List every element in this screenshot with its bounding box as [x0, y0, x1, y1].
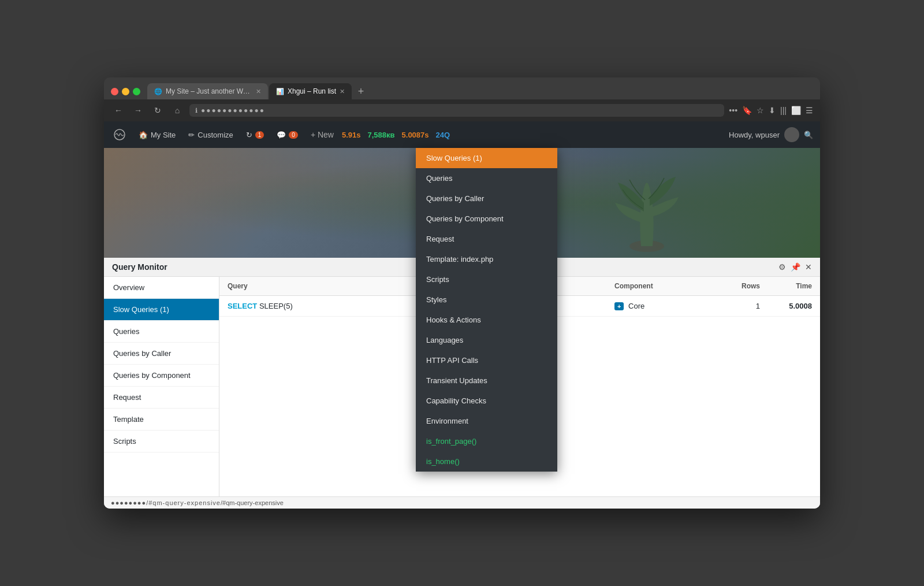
- customize-label: Customize: [198, 131, 233, 139]
- browser-chrome: 🌐 My Site – Just another WordPress s... …: [104, 77, 820, 121]
- download-icon[interactable]: ⬇: [769, 106, 776, 115]
- dropdown-is-front-page[interactable]: is_front_page(): [416, 431, 557, 451]
- my-site-label: My Site: [151, 131, 176, 139]
- customize-icon: ✏: [188, 131, 195, 139]
- qm-memory[interactable]: 7,588кв: [368, 131, 395, 139]
- nav-queries-by-caller[interactable]: Queries by Caller: [104, 343, 219, 365]
- wp-admin-right: Howdy, wpuser 🔍: [729, 127, 813, 142]
- bookmark-icon[interactable]: ☆: [757, 106, 764, 115]
- dropdown-http-api[interactable]: HTTP API Calls: [416, 350, 557, 370]
- close-panel-button[interactable]: ✕: [805, 262, 812, 272]
- back-button[interactable]: ←: [111, 103, 126, 118]
- new-content-item[interactable]: + New: [305, 121, 340, 148]
- nav-overview[interactable]: Overview: [104, 277, 219, 299]
- dropdown-slow-queries[interactable]: Slow Queries (1): [416, 148, 557, 168]
- qm-time1[interactable]: 5.91s: [342, 131, 361, 139]
- col-time: Time: [768, 277, 820, 296]
- dropdown-queries[interactable]: Queries: [416, 168, 557, 188]
- tab-2-favicon: 📊: [276, 88, 284, 95]
- nav-scripts[interactable]: Scripts: [104, 431, 219, 453]
- browser-window: 🌐 My Site – Just another WordPress s... …: [104, 77, 820, 509]
- toolbar-actions: ••• 🔖 ☆ ⬇ ||| ⬜ ☰: [729, 106, 813, 115]
- component-badge: +: [614, 302, 624, 310]
- tabs-row: 🌐 My Site – Just another WordPress s... …: [147, 83, 813, 99]
- nav-slow-queries[interactable]: Slow Queries (1): [104, 299, 219, 321]
- more-button[interactable]: •••: [729, 106, 737, 115]
- status-bar: ●●●●●●●●/#qm-query-expensive/#qm-query-e…: [104, 496, 820, 509]
- nav-queries-by-component[interactable]: Queries by Component: [104, 365, 219, 387]
- lock-icon: ℹ: [195, 107, 198, 114]
- dropdown-hooks-actions[interactable]: Hooks & Actions: [416, 310, 557, 330]
- traffic-lights: [111, 88, 140, 95]
- sql-keyword: SELECT: [228, 302, 257, 310]
- home-button[interactable]: ⌂: [170, 103, 185, 118]
- wp-admin-bar: 🏠 My Site ✏ Customize ↻ 1 💬 0 + New: [104, 121, 820, 148]
- dropdown-queries-by-caller[interactable]: Queries by Caller: [416, 188, 557, 209]
- dropdown-template[interactable]: Template: index.php: [416, 249, 557, 269]
- dropdown-capability[interactable]: Capability Checks: [416, 391, 557, 411]
- address-bar[interactable]: ℹ ●●●●●●●●●●●●: [189, 104, 724, 117]
- qm-panel-controls: ⚙ 📌 ✕: [778, 262, 812, 272]
- rows-cell: 1: [722, 296, 768, 317]
- updates-item[interactable]: ↻ 1: [240, 121, 270, 148]
- user-avatar[interactable]: [784, 127, 799, 142]
- my-site-icon: 🏠: [139, 131, 148, 139]
- library-icon[interactable]: |||: [780, 106, 787, 115]
- tab-2[interactable]: 📊 Xhgui – Run list ✕: [269, 83, 352, 99]
- page-area: 🏠 My Site ✏ Customize ↻ 1 💬 0 + New: [104, 121, 820, 509]
- maximize-button[interactable]: [133, 88, 140, 95]
- settings-icon[interactable]: ⚙: [778, 262, 786, 272]
- tab-2-label: Xhgui – Run list: [288, 87, 336, 95]
- forward-button[interactable]: →: [131, 103, 146, 118]
- title-bar: 🌐 My Site – Just another WordPress s... …: [104, 77, 820, 99]
- qm-queries[interactable]: 24Q: [436, 131, 450, 139]
- search-icon[interactable]: 🔍: [804, 131, 813, 139]
- comments-badge: 0: [289, 131, 298, 139]
- dropdown-scripts[interactable]: Scripts: [416, 269, 557, 290]
- tab-1-label: My Site – Just another WordPress s...: [166, 87, 252, 95]
- col-component: Component: [606, 277, 722, 296]
- reload-button[interactable]: ↻: [150, 103, 165, 118]
- pocket-icon[interactable]: 🔖: [742, 106, 752, 115]
- dropdown-menu: Slow Queries (1) Queries Queries by Call…: [416, 148, 557, 472]
- address-text: ●●●●●●●●●●●●: [201, 106, 265, 114]
- component-name: Core: [628, 302, 644, 310]
- menu-icon[interactable]: ☰: [806, 106, 813, 115]
- tab-1-favicon: 🌐: [154, 88, 162, 95]
- nav-request[interactable]: Request: [104, 387, 219, 409]
- time-cell: 5.0008: [768, 296, 820, 317]
- tab-1-close[interactable]: ✕: [256, 88, 261, 95]
- minimize-button[interactable]: [122, 88, 129, 95]
- dropdown-is-home[interactable]: is_home(): [416, 451, 557, 472]
- dropdown-transient[interactable]: Transient Updates: [416, 370, 557, 391]
- dropdown-languages[interactable]: Languages: [416, 330, 557, 350]
- my-site-item[interactable]: 🏠 My Site: [133, 121, 181, 148]
- sql-value: SLEEP(5): [257, 302, 292, 310]
- close-button[interactable]: [111, 88, 118, 95]
- pin-icon[interactable]: 📌: [791, 262, 800, 272]
- customize-item[interactable]: ✏ Customize: [182, 121, 239, 148]
- dropdown-environment[interactable]: Environment: [416, 411, 557, 431]
- qm-sidebar: Overview Slow Queries (1) Queries Querie…: [104, 277, 219, 496]
- browser-toolbar: ← → ↻ ⌂ ℹ ●●●●●●●●●●●● ••• 🔖 ☆ ⬇ ||| ⬜ ☰: [104, 99, 820, 121]
- howdy-text: Howdy, wpuser: [729, 131, 780, 139]
- dropdown-queries-by-component[interactable]: Queries by Component: [416, 209, 557, 229]
- dropdown-styles[interactable]: Styles: [416, 290, 557, 310]
- comments-item[interactable]: 💬 0: [271, 121, 304, 148]
- tab-1[interactable]: 🌐 My Site – Just another WordPress s... …: [147, 83, 268, 99]
- qm-time2[interactable]: 5.0087s: [402, 131, 429, 139]
- wordpress-logo[interactable]: [111, 126, 128, 143]
- nav-template[interactable]: Template: [104, 409, 219, 431]
- status-url-suffix: /#qm-query-expensive: [221, 499, 284, 506]
- wp-admin-items: 🏠 My Site ✏ Customize ↻ 1 💬 0 + New: [133, 121, 340, 148]
- dropdown-request[interactable]: Request: [416, 229, 557, 249]
- comments-icon: 💬: [277, 131, 286, 139]
- component-cell: + Core: [606, 296, 722, 317]
- plant-decoration: [589, 154, 705, 258]
- new-tab-button[interactable]: +: [353, 83, 369, 99]
- updates-badge: 1: [255, 131, 264, 139]
- tab-2-close[interactable]: ✕: [340, 88, 345, 95]
- status-url: ●●●●●●●●/#qm-query-expensive: [111, 499, 221, 506]
- nav-queries[interactable]: Queries: [104, 321, 219, 343]
- sidebar-toggle[interactable]: ⬜: [791, 106, 801, 115]
